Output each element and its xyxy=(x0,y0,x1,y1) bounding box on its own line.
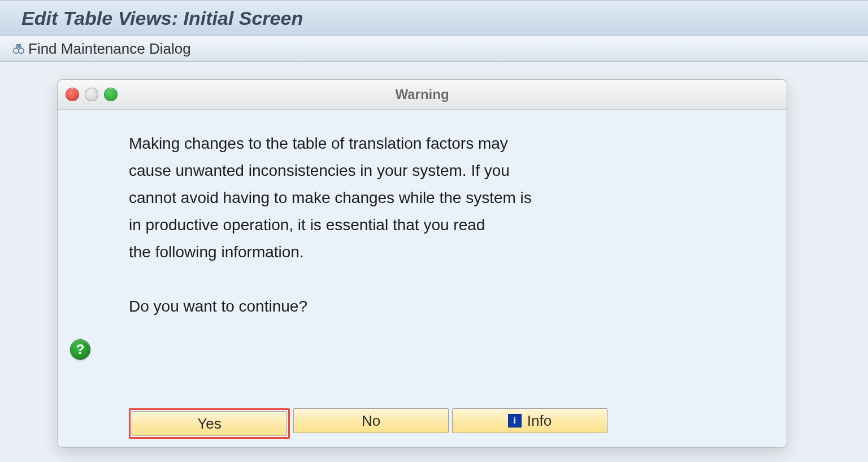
window-close-button[interactable] xyxy=(66,88,79,101)
dialog-body: ? Making changes to the table of transla… xyxy=(58,110,787,448)
yes-button-label: Yes xyxy=(197,415,221,433)
dialog-title: Warning xyxy=(58,80,787,109)
find-maintenance-dialog-button[interactable]: Find Maintenance Dialog xyxy=(28,40,191,58)
warning-dialog: Warning ? Making changes to the table of… xyxy=(57,79,787,448)
dialog-message-line: cause unwanted inconsistencies in your s… xyxy=(129,157,637,184)
question-icon: ? xyxy=(70,339,90,360)
svg-point-1 xyxy=(19,48,24,53)
window-minimize-button xyxy=(85,88,98,101)
binoculars-icon xyxy=(12,42,25,55)
dialog-message-line: in productive operation, it is essential… xyxy=(129,211,637,239)
dialog-message: Making changes to the table of translati… xyxy=(129,130,637,320)
svg-point-0 xyxy=(14,48,19,53)
dialog-button-row: Yes No i Info xyxy=(129,408,607,439)
window-zoom-button[interactable] xyxy=(104,88,118,101)
info-button-label: Info xyxy=(527,412,552,430)
info-button[interactable]: i Info xyxy=(452,408,607,433)
dialog-titlebar: Warning xyxy=(58,80,787,110)
info-icon: i xyxy=(508,414,522,428)
dialog-message-line: Making changes to the table of translati… xyxy=(129,130,637,157)
yes-button[interactable]: Yes xyxy=(132,411,287,436)
page-title: Edit Table Views: Initial Screen xyxy=(21,7,303,29)
dialog-message-line: cannot avoid having to make changes whil… xyxy=(129,184,637,211)
window-controls xyxy=(66,88,118,101)
no-button[interactable]: No xyxy=(293,408,449,433)
no-button-label: No xyxy=(362,412,380,430)
highlighted-button-ring: Yes xyxy=(129,408,290,439)
toolbar: Find Maintenance Dialog xyxy=(0,36,868,62)
dialog-message-line: the following information. xyxy=(129,239,637,266)
dialog-prompt: Do you want to continue? xyxy=(129,293,637,320)
page-title-bar: Edit Table Views: Initial Screen xyxy=(0,0,868,36)
